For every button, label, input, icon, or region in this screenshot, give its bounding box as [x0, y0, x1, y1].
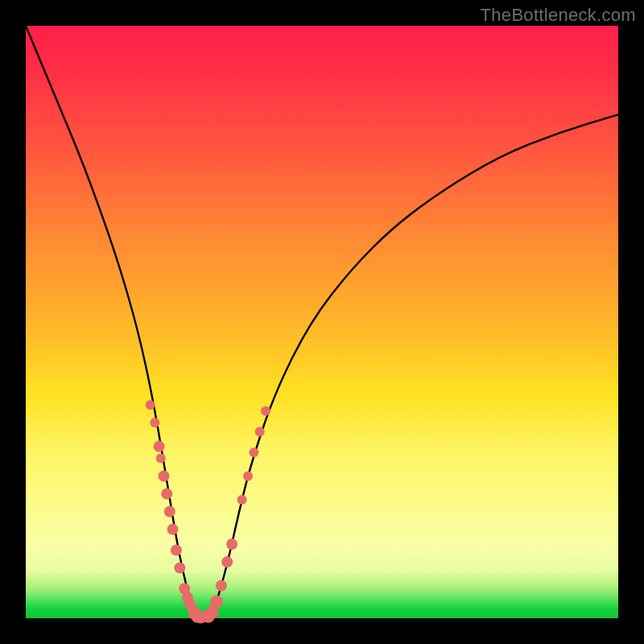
sample-dot — [150, 418, 159, 427]
sample-dot — [216, 580, 227, 592]
bottleneck-curve — [26, 26, 618, 618]
sample-dot — [249, 448, 258, 457]
plot-area — [26, 26, 618, 618]
sample-dot — [237, 495, 247, 505]
sample-dot — [261, 406, 270, 415]
sample-dot — [156, 453, 166, 463]
sample-dot — [161, 488, 172, 499]
sample-dot — [255, 427, 265, 436]
watermark-label: TheBottleneck.com — [481, 5, 636, 26]
sample-dot — [146, 400, 155, 410]
sample-dot — [243, 471, 253, 481]
chart-frame: TheBottleneck.com — [0, 0, 644, 644]
sample-dot — [154, 441, 165, 452]
sample-dot — [159, 470, 170, 481]
sample-dot — [171, 544, 182, 555]
chart-svg — [26, 26, 618, 618]
sample-dot — [221, 556, 233, 568]
sample-dot — [226, 539, 237, 550]
sample-dot — [174, 562, 185, 573]
sample-dot — [167, 524, 179, 535]
sample-dot — [210, 595, 223, 608]
sample-dots — [146, 400, 271, 624]
sample-dot — [164, 506, 175, 518]
